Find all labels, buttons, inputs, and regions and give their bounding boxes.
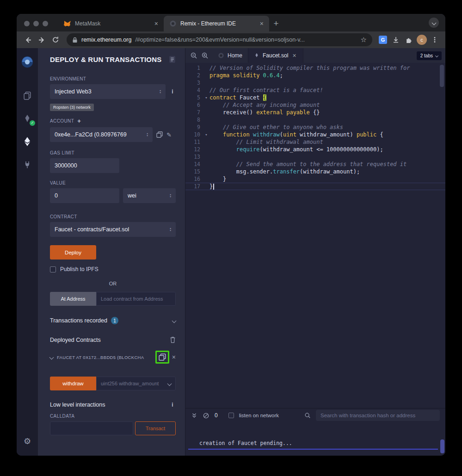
tab-close-icon[interactable]: ×: [259, 20, 265, 27]
zoom-in-icon[interactable]: [201, 52, 209, 59]
code-line[interactable]: 15 msg.sender.transfer(withdraw_amount);: [185, 168, 445, 175]
forward-button[interactable]: [35, 33, 48, 46]
code-line[interactable]: 17}: [185, 183, 445, 190]
listen-network-checkbox[interactable]: [228, 413, 234, 418]
expand-args-chevron-icon[interactable]: [167, 381, 172, 386]
withdraw-function-row: withdraw: [50, 377, 176, 390]
code-line[interactable]: 4// Our first contract is a faucet!: [185, 87, 445, 94]
environment-info-icon[interactable]: i: [169, 88, 176, 95]
low-level-info-icon[interactable]: i: [169, 402, 176, 408]
code-line[interactable]: 6 // Accept any incoming amount: [185, 101, 445, 109]
transactions-recorded-row[interactable]: Transactions recorded 1: [50, 317, 176, 324]
browser-menu-icon[interactable]: [429, 34, 441, 46]
desktop-background: MetaMask × Remix - Ethereum IDE × +: [0, 0, 462, 476]
deploy-run-panel: DEPLOY & RUN TRANSACTIONS ENVIRONMENT In…: [38, 48, 185, 456]
tab-title: MetaMask: [75, 20, 150, 27]
edit-account-icon[interactable]: ✎: [166, 131, 172, 138]
reload-button[interactable]: [49, 33, 62, 46]
clear-console-icon[interactable]: [203, 412, 209, 419]
terminal-search-field[interactable]: [316, 410, 440, 421]
traffic-lights: [17, 21, 58, 31]
url-domain: remix.ethereum.org: [81, 37, 131, 43]
code-line[interactable]: 11 // Limit withdrawal amount: [185, 138, 445, 146]
code-line[interactable]: 3: [185, 79, 445, 87]
translate-extension-icon[interactable]: G: [377, 34, 389, 46]
bookmark-star-icon[interactable]: ☆: [361, 36, 367, 44]
copy-account-icon[interactable]: [156, 131, 163, 138]
calldata-input[interactable]: [55, 426, 129, 431]
download-icon[interactable]: [390, 34, 402, 46]
withdraw-button[interactable]: withdraw: [50, 377, 96, 390]
environment-select[interactable]: Injected Web3 ▴▾: [50, 84, 166, 99]
publish-ipfs-checkbox[interactable]: [50, 266, 56, 272]
address-bar[interactable]: remix.ethereum.org /#optimize=false&runs…: [67, 33, 372, 46]
code-line[interactable]: 9 // Give out ether to anyone who asks: [185, 124, 445, 131]
chevron-down-icon[interactable]: [172, 318, 177, 323]
code-line[interactable]: 7 receive() external payable {}: [185, 109, 445, 116]
back-button[interactable]: [21, 33, 34, 46]
clear-instances-trash-icon[interactable]: [170, 336, 176, 343]
gas-limit-input[interactable]: [50, 158, 119, 173]
contract-select[interactable]: Faucet - contracts/Faucet.sol ▴▾: [50, 222, 176, 237]
instance-expand-chevron-icon[interactable]: [49, 355, 54, 359]
tabs-count-dropdown[interactable]: 2 tabs: [417, 51, 442, 60]
extensions-puzzle-icon[interactable]: [403, 34, 415, 46]
at-address-button[interactable]: At Address: [50, 292, 96, 306]
settings-gear-icon[interactable]: ⚙: [24, 436, 31, 446]
new-tab-button[interactable]: +: [269, 17, 283, 31]
scenario-recorder-icon[interactable]: [169, 56, 176, 63]
browser-tab-metamask[interactable]: MetaMask ×: [58, 16, 164, 31]
minimize-window-button[interactable]: [33, 21, 39, 26]
terminal-output[interactable]: creation of Faucet pending...: [185, 422, 445, 456]
code-editor[interactable]: 1// Version of Solidity compiler this pr…: [185, 63, 445, 408]
editor-area: Home Faucet.sol × 2 tabs 1// Version of …: [185, 48, 445, 456]
compile-success-badge: ✓: [30, 120, 35, 126]
at-address-input[interactable]: [101, 296, 171, 302]
zoom-out-icon[interactable]: [190, 52, 197, 59]
code-line[interactable]: 12 require(withdraw_amount <= 1000000000…: [185, 146, 445, 153]
code-line[interactable]: 5▾contract Faucet {: [185, 94, 445, 101]
deployed-instance-header[interactable]: FAUCET AT 0X172...BBDD5 (BLOCKCHA ×: [50, 351, 176, 364]
solidity-compiler-icon[interactable]: ✓: [19, 110, 36, 127]
file-explorer-icon[interactable]: [19, 87, 36, 104]
code-line[interactable]: 16 }: [185, 175, 445, 183]
deploy-button[interactable]: Deploy: [50, 245, 96, 260]
tab-faucet-sol[interactable]: Faucet.sol ×: [248, 48, 303, 63]
profile-avatar[interactable]: c: [416, 34, 428, 46]
code-line[interactable]: 14 // Send the amount to the address tha…: [185, 161, 445, 168]
withdraw-amount-input[interactable]: [101, 381, 168, 386]
account-select[interactable]: 0xe4e...Fa2Cd (0.80976769 ▴▾: [50, 127, 153, 142]
stepper-icon: ▴▾: [170, 193, 171, 198]
terminal-search-input[interactable]: [320, 413, 435, 418]
gas-limit-label: GAS LIMIT: [50, 150, 176, 155]
tab-search-button[interactable]: [429, 18, 439, 28]
deploy-run-icon[interactable]: [19, 133, 36, 150]
tab-home[interactable]: Home: [212, 48, 248, 63]
remove-instance-icon[interactable]: ×: [172, 353, 176, 361]
code-line[interactable]: 13: [185, 153, 445, 161]
lock-icon: [72, 37, 78, 43]
add-account-icon[interactable]: +: [77, 117, 81, 124]
copy-instance-address-icon[interactable]: [159, 353, 166, 361]
editor-scrollbar[interactable]: [440, 65, 444, 87]
contract-label: CONTRACT: [50, 214, 176, 219]
expand-terminal-icon[interactable]: [191, 412, 197, 419]
code-line[interactable]: 8: [185, 116, 445, 124]
browser-tab-remix[interactable]: Remix - Ethereum IDE ×: [164, 16, 269, 31]
value-input[interactable]: [50, 188, 119, 203]
close-file-icon[interactable]: ×: [291, 52, 297, 59]
tab-title: Remix - Ethereum IDE: [180, 20, 255, 27]
pending-progress-bar: [188, 449, 438, 450]
code-line[interactable]: 2pragma solidity 0.6.4;: [185, 72, 445, 79]
tab-close-icon[interactable]: ×: [154, 20, 159, 27]
remix-mini-logo: [218, 52, 224, 59]
close-window-button[interactable]: [24, 21, 30, 26]
code-line[interactable]: 1// Version of Solidity compiler this pr…: [185, 64, 445, 72]
terminal-scrollbar[interactable]: [440, 439, 444, 453]
value-label: VALUE: [50, 180, 176, 185]
value-unit-select[interactable]: wei ▴▾: [123, 188, 176, 203]
code-line[interactable]: 10▾ function withdraw(uint withdraw_amou…: [185, 131, 445, 138]
transact-button[interactable]: Transact: [135, 421, 176, 435]
plugin-manager-icon[interactable]: [19, 156, 36, 173]
maximize-window-button[interactable]: [43, 21, 48, 26]
